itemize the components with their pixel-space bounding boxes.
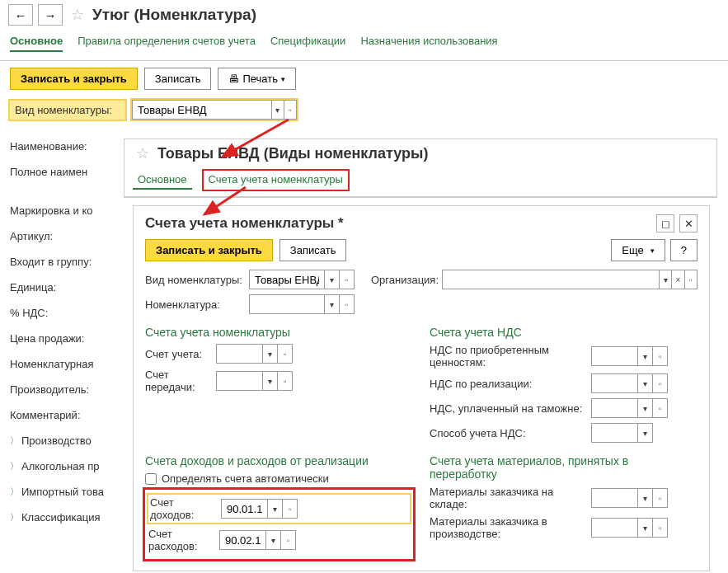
left-labels: Наименование: Полное наимен Маркировка и… [10,140,104,524]
sec-accounts: Счета учета номенклатуры [145,326,413,339]
open-icon[interactable]: ▫ [284,101,296,119]
sec-materials: Счета учета материалов, принятых в перер… [430,454,697,481]
window-detach-icon[interactable]: ◻ [656,214,674,232]
sub-tab-accounts[interactable]: Счета учета номенклатуры [204,171,348,190]
print-icon: 🖶 [228,73,239,85]
dropdown-icon[interactable]: ▾ [324,270,339,289]
sub-title: Товары ЕНВД (Виды номенклатуры) [157,145,428,162]
org-select[interactable]: ▾ × ▫ [442,270,697,289]
transfer-select[interactable]: ▾▫ [216,371,293,391]
inner-save-close-button[interactable]: Записать и закрыть [145,239,273,261]
tab-specs[interactable]: Спецификации [270,35,346,52]
expense-select[interactable]: ▾▫ [219,530,296,550]
type-label: Вид номенклатуры: [10,101,125,120]
tree-alcohol[interactable]: 〉Алкогольная пр [10,460,104,472]
inner-save-button[interactable]: Записать [279,239,347,261]
tab-rules[interactable]: Правила определения счетов учета [77,35,256,52]
star-icon[interactable]: ☆ [71,6,84,24]
sec-nds: Счета учета НДС [430,326,697,339]
open-icon[interactable]: ▫ [684,270,697,289]
dropdown-icon[interactable]: ▾ [324,295,339,313]
main-tabs: Основное Правила определения счетов учет… [0,30,728,61]
acc-select[interactable]: ▾▫ [216,344,293,364]
tab-usage[interactable]: Назначения использования [360,35,497,52]
type-select[interactable]: ▾ ▫ [132,100,297,120]
income-select[interactable]: ▾▫ [221,499,298,519]
open-icon[interactable]: ▫ [339,270,354,289]
inner-type-select[interactable]: ▾ ▫ [249,270,355,289]
clear-icon[interactable]: × [671,270,683,289]
print-button[interactable]: 🖶Печать▾ [218,68,296,90]
tree-import[interactable]: 〉Импортный това [10,486,104,498]
dropdown-icon[interactable]: ▾ [659,270,671,289]
nom-select[interactable]: ▾ ▫ [249,294,355,314]
tree-classification[interactable]: 〉Классификация [10,511,104,524]
tab-main[interactable]: Основное [10,35,63,52]
inner-type-label: Вид номенклатуры: [145,274,244,286]
save-close-button[interactable]: Записать и закрыть [10,68,138,90]
tree-production[interactable]: 〉Производство [10,434,104,447]
star-icon[interactable]: ☆ [136,144,149,162]
inner-title: Счета учета номенклатуры * [145,215,344,232]
save-button[interactable]: Записать [144,68,212,90]
type-input[interactable] [133,104,271,116]
inner-window: Счета учета номенклатуры * ◻ ✕ Записать … [133,205,710,571]
more-button[interactable]: Еще▾ [611,239,665,261]
open-icon[interactable]: ▫ [339,295,354,313]
org-label: Организация: [371,274,437,286]
nom-label: Номенклатура: [145,298,244,311]
auto-checkbox[interactable] [145,473,157,485]
sub-tab-main[interactable]: Основное [133,171,192,190]
page-title: Утюг (Номенклатура) [92,6,256,24]
sub-window: ☆ Товары ЕНВД (Виды номенклатуры) Основн… [124,139,717,198]
sec-income: Счета доходов и расходов от реализации [145,454,413,467]
help-button[interactable]: ? [670,239,697,261]
forward-button[interactable]: → [38,4,63,26]
dropdown-icon[interactable]: ▾ [271,101,284,119]
close-icon[interactable]: ✕ [679,214,697,232]
back-button[interactable]: ← [8,4,33,26]
